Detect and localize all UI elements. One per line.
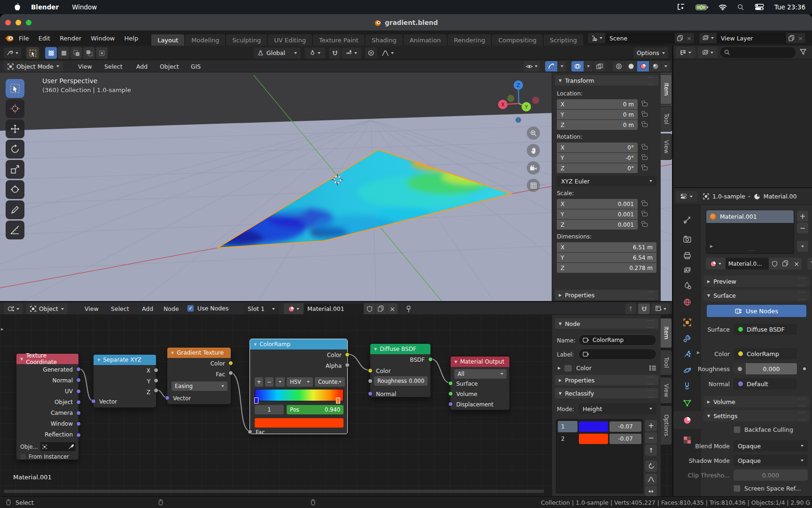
shader-menu-view[interactable]: View bbox=[80, 302, 103, 316]
from-instancer-checkbox[interactable] bbox=[20, 454, 26, 460]
reclassify-row-2[interactable]: 2 -0.07 bbox=[558, 433, 641, 444]
properties-tab-material[interactable] bbox=[673, 411, 701, 429]
blend-mode-dropdown[interactable]: Opaque bbox=[734, 440, 808, 452]
copy-material-button[interactable] bbox=[780, 258, 791, 270]
menu-edit[interactable]: Edit bbox=[34, 31, 55, 46]
node-material-output[interactable]: ▼Material Output All Surface Volume Disp… bbox=[450, 356, 510, 410]
battery-icon[interactable] bbox=[695, 4, 708, 10]
overlays-dropdown[interactable] bbox=[584, 61, 593, 71]
color-presets-icon[interactable] bbox=[649, 365, 656, 371]
settings-section-header[interactable]: ▼Settings bbox=[703, 410, 810, 421]
rotation-mode-dropdown[interactable]: XYZ Euler bbox=[557, 176, 656, 186]
tool-cursor-button[interactable] bbox=[6, 99, 24, 118]
mode-dropdown[interactable]: Height bbox=[578, 403, 656, 414]
workspace-tab-sculpting[interactable]: Sculpting bbox=[226, 34, 267, 46]
ramp-color-swatch[interactable] bbox=[255, 418, 344, 428]
reclassify-panel-header[interactable]: ▼Reclassify bbox=[555, 388, 658, 398]
reclassify-row-1-value[interactable]: -0.07 bbox=[609, 421, 641, 432]
socket-ramp-fac-in[interactable] bbox=[248, 429, 252, 434]
tool-scale-button[interactable] bbox=[6, 160, 24, 179]
scale-y-field[interactable]: Y0.001 bbox=[557, 209, 638, 219]
options-dropdown[interactable]: Options bbox=[633, 48, 668, 58]
pivot-point-dropdown[interactable] bbox=[304, 48, 325, 58]
ramp-pos-field[interactable]: Pos0.940 bbox=[287, 405, 344, 414]
reclassify-range-button[interactable]: ↔ bbox=[645, 486, 657, 496]
gizmos-dropdown[interactable] bbox=[558, 61, 566, 71]
sidebar-tab-tool[interactable]: Tool bbox=[661, 106, 672, 132]
properties-panel-header[interactable]: ▶Properties bbox=[555, 290, 658, 300]
properties-tab-tool[interactable] bbox=[673, 212, 701, 228]
socket-ramp-alpha-out[interactable] bbox=[345, 363, 350, 367]
reclassify-remove-button[interactable]: − bbox=[645, 432, 657, 444]
snap-toggle-button[interactable] bbox=[329, 48, 341, 58]
menu-file[interactable]: File bbox=[14, 31, 34, 46]
copy-scene-icon[interactable] bbox=[677, 35, 684, 42]
lock-location-y-icon[interactable] bbox=[642, 113, 648, 117]
visibility-dropdown[interactable] bbox=[523, 61, 540, 71]
color-value[interactable]: ColorRamp bbox=[734, 348, 797, 359]
add-material-slot-button[interactable]: + bbox=[797, 211, 808, 222]
remove-view-layer-icon[interactable]: × bbox=[798, 35, 803, 42]
view-layer-selector[interactable]: View Layer × bbox=[699, 32, 806, 44]
material-specials-dropdown[interactable] bbox=[797, 241, 808, 252]
node-panel-header[interactable]: ▼Node bbox=[555, 318, 658, 329]
shader-type-dropdown[interactable]: Object bbox=[26, 303, 68, 314]
select-mode-subtract-button[interactable] bbox=[70, 47, 82, 59]
shading-wireframe-button[interactable] bbox=[613, 61, 625, 71]
properties-tab-output[interactable] bbox=[673, 247, 701, 263]
fake-user-button[interactable] bbox=[769, 258, 780, 270]
viewport-menu-object[interactable]: Object bbox=[155, 60, 184, 72]
select-mode-intersect-button[interactable] bbox=[96, 47, 108, 59]
control-center-icon[interactable] bbox=[755, 4, 764, 10]
tool-settings-editor-button[interactable] bbox=[4, 48, 22, 58]
socket-z[interactable] bbox=[154, 388, 158, 393]
workspace-tab-uv-editing[interactable]: UV Editing bbox=[268, 34, 312, 46]
pin-icon[interactable] bbox=[405, 305, 412, 313]
menubar-window-menu[interactable]: Window bbox=[72, 3, 97, 11]
menubar-clock[interactable]: Tue 23:36 bbox=[774, 3, 805, 11]
scene-selector[interactable]: Scene × bbox=[587, 32, 695, 44]
socket-window[interactable] bbox=[76, 421, 81, 426]
wifi-icon[interactable] bbox=[718, 4, 727, 10]
tool-annotate-button[interactable] bbox=[6, 200, 24, 219]
object-picker-field[interactable] bbox=[40, 442, 76, 451]
socket-reflection[interactable] bbox=[76, 433, 81, 437]
snap-settings-dropdown[interactable] bbox=[342, 48, 361, 58]
node-properties-header[interactable]: ▶Properties bbox=[555, 375, 658, 385]
node-label-field[interactable] bbox=[578, 349, 656, 360]
workspace-tab-rendering[interactable]: Rendering bbox=[448, 34, 491, 46]
unlink-material-button[interactable]: × bbox=[791, 258, 802, 270]
socket-gradient-fac[interactable] bbox=[228, 371, 233, 375]
reclassify-curve-button[interactable] bbox=[645, 474, 657, 485]
surface-section-header[interactable]: ▼Surface bbox=[703, 290, 810, 301]
horizontal-scrollbar[interactable] bbox=[4, 490, 544, 493]
lock-scale-z-icon[interactable] bbox=[642, 223, 648, 227]
lock-location-x-icon[interactable] bbox=[642, 103, 648, 106]
shader-overlay-dropdown[interactable] bbox=[651, 303, 670, 314]
copy-view-layer-icon[interactable] bbox=[789, 35, 795, 42]
toggle-ortho-button[interactable] bbox=[527, 179, 540, 192]
rotation-x-field[interactable]: X0° bbox=[557, 143, 638, 152]
color-mode-dropdown[interactable]: HSV bbox=[287, 377, 313, 387]
properties-tab-object-data[interactable] bbox=[673, 395, 701, 411]
properties-tab-view-layer[interactable] bbox=[673, 262, 701, 278]
use-nodes-checkbox[interactable]: ✓ bbox=[187, 305, 194, 312]
apple-icon[interactable] bbox=[13, 3, 21, 11]
close-button[interactable] bbox=[5, 20, 11, 25]
menubar-app-name[interactable]: Blender bbox=[31, 3, 59, 11]
node-color-swatch[interactable] bbox=[564, 365, 572, 372]
roughness-value-field[interactable]: 0.000 bbox=[746, 363, 797, 374]
material-slot-row[interactable]: Material.001 bbox=[706, 210, 794, 223]
select-mode-extend-button[interactable] bbox=[58, 47, 70, 59]
breadcrumb-object-name[interactable]: 1.0-sample bbox=[712, 193, 745, 200]
node-gradient-texture[interactable]: ▼Gradient Texture Color Fac Easing Vecto… bbox=[167, 347, 231, 405]
diffuse-roughness-field[interactable]: Roughness0.000 bbox=[374, 376, 428, 386]
node-colorramp[interactable]: ▼ColorRamp Color Alpha + − HSV Counte...… bbox=[250, 339, 348, 434]
mode-dropdown[interactable]: Object Mode bbox=[4, 61, 63, 71]
outliner-filter-dropdown[interactable] bbox=[698, 47, 718, 58]
scene-name[interactable]: Scene bbox=[606, 33, 675, 43]
view-layer-name[interactable]: View Layer bbox=[717, 33, 786, 43]
reclassify-move-button[interactable]: ↑ bbox=[645, 444, 657, 456]
proportional-editing-button[interactable] bbox=[365, 48, 377, 58]
shading-rendered-button[interactable] bbox=[649, 61, 661, 71]
